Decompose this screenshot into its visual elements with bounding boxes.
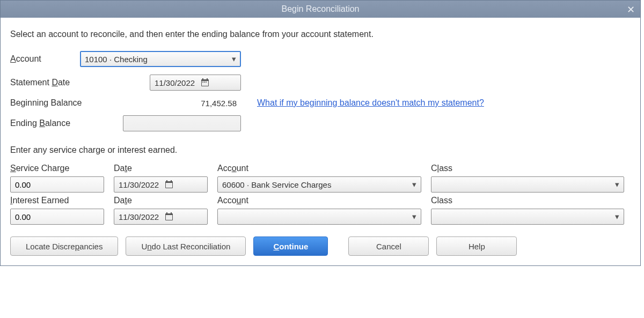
svg-rect-12 <box>166 215 172 220</box>
interest-date-input[interactable]: 11/30/2022 <box>114 209 208 225</box>
chevron-down-icon: ▾ <box>412 212 416 221</box>
chevron-down-icon: ▾ <box>232 54 236 64</box>
service-charge-account-value: 60600 · Bank Service Charges <box>222 180 331 189</box>
begin-reconciliation-window: Begin Reconciliation ✕ Select an account… <box>0 0 641 266</box>
interest-date-value: 11/30/2022 <box>119 212 159 221</box>
button-bar: Locate Discrepancies Undo Last Reconcili… <box>10 236 631 256</box>
charges-grid: Service Charge Date Account Class 11/30/… <box>10 164 631 225</box>
window-title: Begin Reconciliation <box>282 4 360 14</box>
help-button[interactable]: Help <box>436 236 517 256</box>
beginning-balance-row: Beginning Balance 71,452.58 What if my b… <box>10 98 631 108</box>
interest-class-label: Class <box>431 196 624 205</box>
service-charge-account-label: Account <box>217 164 421 173</box>
content: Select an account to reconcile, and then… <box>1 18 640 265</box>
svg-rect-8 <box>166 183 172 188</box>
statement-date-value: 11/30/2022 <box>155 78 195 87</box>
interest-earned-label: Interest Earned <box>10 196 104 205</box>
chevron-down-icon: ▾ <box>412 180 416 189</box>
svg-rect-13 <box>166 212 167 215</box>
continue-button[interactable]: Continue <box>253 236 328 256</box>
statement-date-label: Statement Date <box>10 78 150 87</box>
service-charge-class-label: Class <box>431 164 624 173</box>
statement-date-row: Statement Date 11/30/2022 <box>10 75 631 91</box>
instructions-text: Select an account to reconcile, and then… <box>10 29 631 39</box>
service-charge-date-input[interactable]: 11/30/2022 <box>114 176 208 193</box>
svg-rect-9 <box>166 180 167 182</box>
service-charge-class-dropdown[interactable]: ▾ <box>431 176 624 193</box>
account-label: Account <box>10 54 80 64</box>
svg-rect-6 <box>206 82 207 83</box>
locate-discrepancies-button[interactable]: Locate Discrepancies <box>10 236 118 256</box>
service-interest-header: Enter any service charge or interest ear… <box>10 145 631 155</box>
service-charge-account-dropdown[interactable]: 60600 · Bank Service Charges ▾ <box>217 176 421 193</box>
svg-rect-2 <box>202 78 203 80</box>
beginning-balance-help-link[interactable]: What if my beginning balance doesn't mat… <box>257 98 484 108</box>
calendar-icon[interactable] <box>164 180 174 189</box>
svg-rect-3 <box>207 78 208 80</box>
account-row: Account 10100 · Checking ▾ <box>10 51 631 67</box>
account-dropdown-value: 10100 · Checking <box>85 55 148 64</box>
svg-rect-14 <box>171 212 172 215</box>
titlebar: Begin Reconciliation ✕ <box>1 1 640 18</box>
close-icon[interactable]: ✕ <box>627 4 635 16</box>
undo-last-reconciliation-button[interactable]: Undo Last Reconciliation <box>126 236 246 256</box>
service-charge-date-label: Date <box>114 164 208 173</box>
interest-account-dropdown[interactable]: ▾ <box>217 209 421 225</box>
calendar-icon[interactable] <box>200 78 210 87</box>
interest-date-label: Date <box>114 196 208 205</box>
chevron-down-icon: ▾ <box>615 212 619 221</box>
interest-amount-input[interactable] <box>10 209 104 225</box>
ending-balance-label: Ending Balance <box>10 119 123 128</box>
svg-rect-4 <box>202 82 203 83</box>
ending-balance-input[interactable] <box>123 115 241 131</box>
service-charge-amount-input[interactable] <box>10 176 104 193</box>
calendar-icon[interactable] <box>164 212 174 221</box>
ending-balance-row: Ending Balance <box>10 115 631 131</box>
beginning-balance-value: 71,452.58 <box>150 99 241 108</box>
svg-rect-5 <box>204 82 205 83</box>
svg-rect-10 <box>171 180 172 182</box>
beginning-balance-label: Beginning Balance <box>10 98 150 108</box>
service-charge-label: Service Charge <box>10 164 104 173</box>
interest-class-dropdown[interactable]: ▾ <box>431 209 624 225</box>
account-dropdown[interactable]: 10100 · Checking ▾ <box>80 51 241 67</box>
interest-account-label: Account <box>217 196 421 205</box>
cancel-button[interactable]: Cancel <box>348 236 429 256</box>
chevron-down-icon: ▾ <box>615 180 619 189</box>
statement-date-input[interactable]: 11/30/2022 <box>150 75 241 91</box>
service-charge-date-value: 11/30/2022 <box>119 180 159 189</box>
